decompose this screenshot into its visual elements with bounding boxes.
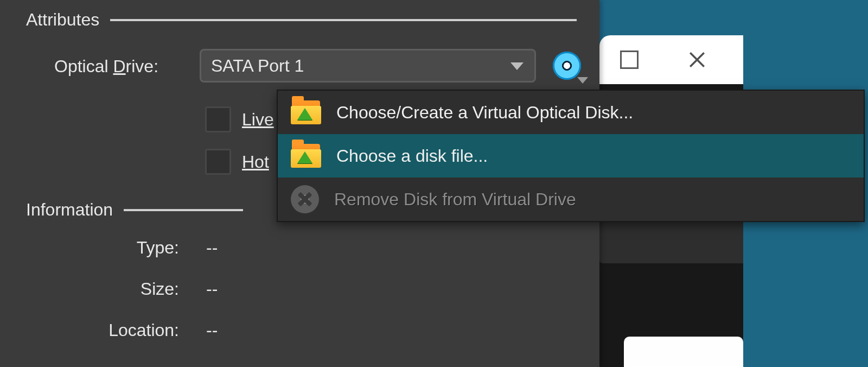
optical-drive-label-mnemonic: D [113,56,125,76]
information-header: Information [26,200,243,220]
type-label: Type: [5,238,179,258]
menu-remove-disk: Remove Disk from Virtual Drive [278,178,864,221]
location-value: -- [206,320,218,340]
background-preview-card-bottom [599,220,743,263]
menu-remove-label: Remove Disk from Virtual Drive [334,189,576,210]
optical-drive-label-post: rive: [126,56,158,76]
disk-context-menu: Choose/Create a Virtual Optical Disk... … [277,90,865,222]
chevron-down-icon [510,62,524,70]
checkbox-icon [205,106,231,132]
menu-choose-disk-file[interactable]: Choose a disk file... [278,134,864,178]
size-label: Size: [5,279,179,299]
menu-choose-create-label: Choose/Create a Virtual Optical Disk... [336,103,633,123]
menu-choose-create-disk[interactable]: Choose/Create a Virtual Optical Disk... [278,91,864,134]
attributes-header-label: Attributes [26,10,99,30]
hot-pluggable-label: Hot [242,152,269,172]
live-cd-label: Live [242,110,274,130]
hot-pluggable-checkbox[interactable]: Hot [205,149,269,175]
choose-disk-button[interactable] [548,47,586,85]
type-value: -- [206,238,218,258]
divider [110,19,577,21]
remove-disk-icon [291,185,319,213]
checkbox-icon [205,149,231,175]
optical-drive-label-pre: Optical [54,56,113,76]
folder-open-icon [291,100,321,124]
size-value: -- [206,279,218,299]
restore-button[interactable] [613,46,646,73]
menu-choose-file-label: Choose a disk file... [336,146,488,166]
information-header-label: Information [26,200,113,220]
background-preview-page [624,337,743,367]
close-button[interactable] [681,46,713,73]
disc-icon [553,52,581,80]
close-icon [688,50,706,69]
optical-drive-label: Optical Drive: [54,56,158,77]
restore-icon [620,50,639,69]
attributes-header: Attributes [26,10,577,30]
optical-drive-select[interactable]: SATA Port 1 [200,49,536,83]
live-cd-checkbox[interactable]: Live [205,106,274,132]
divider [124,209,243,211]
optical-drive-value: SATA Port 1 [211,56,304,76]
folder-open-icon [291,144,321,168]
dropdown-arrow-icon [577,77,588,84]
location-label: Location: [5,320,179,340]
